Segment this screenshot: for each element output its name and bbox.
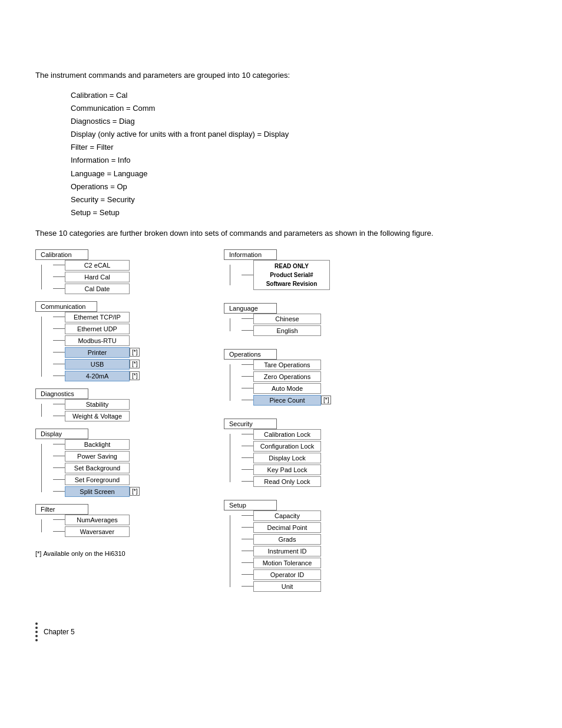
tree-item: Stability	[53, 399, 189, 410]
cat-item-6: Language = Language	[71, 167, 527, 180]
page: The instrument commands and parameters a…	[0, 0, 562, 677]
tree-item: Instrument ID	[242, 546, 377, 556]
split-screen-item: Split Screen	[65, 486, 130, 497]
grads-item: Grads	[253, 534, 321, 545]
information-label: Information	[224, 249, 277, 260]
tree-item: Operator ID	[242, 569, 377, 580]
categories-list: Calibration = Cal Communication = Comm D…	[71, 89, 527, 219]
piece-count-asterisk: [*]	[321, 396, 331, 404]
diagnostics-label: Diagnostics	[35, 388, 88, 399]
tree-item: Grads	[242, 534, 377, 545]
cat-item-3: Display (only active for units with a fr…	[71, 128, 527, 141]
setup-group: Setup Capacity Decimal Point Grads Instr…	[224, 500, 377, 593]
tree-item: 4-20mA [*]	[53, 371, 189, 381]
power-saving-item: Power Saving	[65, 451, 130, 462]
chapter-label: Chapter 5	[44, 628, 75, 636]
capacity-item: Capacity	[253, 510, 321, 521]
cat-item-8: Security = Security	[71, 193, 527, 206]
4-20ma-item: 4-20mA	[65, 371, 130, 381]
operations-label: Operations	[224, 349, 277, 360]
auto-mode-item: Auto Mode	[253, 383, 321, 394]
readonly-item: READ ONLYProduct Serial#Software Revisio…	[253, 260, 330, 290]
tree-item: Unit	[242, 581, 377, 592]
tree-item: Set Background	[53, 463, 189, 473]
instrument-id-item: Instrument ID	[253, 546, 321, 556]
tree-item: Weight & Voltage	[53, 411, 189, 421]
cat-item-9: Setup = Setup	[71, 206, 527, 219]
tree-item: Configuration Lock	[242, 441, 377, 452]
display-lock-item: Display Lock	[253, 453, 321, 463]
display-items: Backlight Power Saving Set Background Se…	[41, 439, 189, 497]
tree-item: Zero Operations	[242, 371, 377, 382]
security-group: Security Calibration Lock Configuration …	[224, 419, 377, 488]
tree-item: Tare Operations	[242, 360, 377, 370]
tree-item: Decimal Point	[242, 522, 377, 533]
dot	[35, 631, 38, 633]
footnote: [*] Available only on the Hi6310	[35, 550, 189, 557]
operations-items: Tare Operations Zero Operations Auto Mod…	[230, 360, 377, 406]
english-item: English	[253, 325, 321, 336]
tree-item: Key Pad Lock	[242, 465, 377, 475]
split-screen-asterisk: [*]	[130, 487, 140, 496]
operations-group: Operations Tare Operations Zero Operatio…	[224, 349, 377, 407]
communication-group: Communication Ethernet TCP/IP Ethernet U…	[35, 301, 189, 383]
tree-item: Modbus-RTU	[53, 335, 189, 346]
calibration-lock-item: Calibration Lock	[253, 429, 321, 440]
tree-item: Ethernet TCP/IP	[53, 312, 189, 322]
filter-label: Filter	[35, 504, 88, 515]
chapter-footer: Chapter 5	[35, 622, 527, 641]
set-foreground-item: Set Foreground	[65, 475, 130, 485]
backlight-item: Backlight	[65, 439, 130, 450]
footnote-text: Available only on the Hi6310	[43, 550, 125, 557]
tree-item: Calibration Lock	[242, 429, 377, 440]
tree-item: Split Screen [*]	[53, 486, 189, 497]
tare-operations-item: Tare Operations	[253, 360, 321, 370]
language-items: Chinese English	[230, 314, 377, 336]
right-col: Information READ ONLYProduct Serial#Soft…	[224, 249, 377, 599]
dots-decoration	[35, 622, 38, 641]
waversaver-item: Waversaver	[65, 526, 130, 537]
usb-item: USB	[65, 359, 130, 370]
asterisk-symbol: [*]	[35, 550, 41, 557]
chinese-item: Chinese	[253, 314, 321, 324]
cat-item-1: Communication = Comm	[71, 102, 527, 115]
filter-items: NumAverages Waversaver	[41, 515, 189, 537]
modbus-rtu-item: Modbus-RTU	[65, 335, 130, 346]
configuration-lock-item: Configuration Lock	[253, 441, 321, 452]
unit-item: Unit	[253, 581, 321, 592]
hardcal-item: Hard Cal	[65, 272, 130, 282]
left-col: Calibration C2 eCAL Hard Cal Cal Date Co…	[35, 249, 189, 599]
tree-item: USB [*]	[53, 359, 189, 370]
display-group: Display Backlight Power Saving Set Backg…	[35, 429, 189, 498]
c2ecal-item: C2 eCAL	[65, 260, 130, 271]
tree-item: Read Only Lock	[242, 476, 377, 487]
information-items: READ ONLYProduct Serial#Software Revisio…	[230, 260, 377, 290]
piece-count-item: Piece Count	[253, 395, 321, 406]
tree-item: Cal Date	[53, 284, 189, 294]
tree-item: Display Lock	[242, 453, 377, 463]
language-group: Language Chinese English	[224, 303, 377, 337]
tree-item: C2 eCAL	[53, 260, 189, 271]
language-label: Language	[224, 303, 277, 314]
security-label: Security	[224, 419, 277, 429]
ethernet-tcp-item: Ethernet TCP/IP	[65, 312, 130, 322]
tree-item: Piece Count [*]	[242, 395, 377, 406]
tree-item: READ ONLYProduct Serial#Software Revisio…	[242, 260, 377, 290]
diagnostics-group: Diagnostics Stability Weight & Voltage	[35, 388, 189, 423]
printer-item: Printer	[65, 347, 130, 358]
readonly-lock-item: Read Only Lock	[253, 476, 321, 487]
tree-item: Printer [*]	[53, 347, 189, 358]
tree-item: Auto Mode	[242, 383, 377, 394]
communication-label: Communication	[35, 301, 97, 312]
diagram: Calibration C2 eCAL Hard Cal Cal Date Co…	[35, 249, 527, 599]
ethernet-udp-item: Ethernet UDP	[65, 324, 130, 334]
tree-item: Hard Cal	[53, 272, 189, 282]
cat-item-7: Operations = Op	[71, 180, 527, 193]
cat-item-5: Information = Info	[71, 154, 527, 167]
tree-item: Ethernet UDP	[53, 324, 189, 334]
security-items: Calibration Lock Configuration Lock Disp…	[230, 429, 377, 487]
calibration-items: C2 eCAL Hard Cal Cal Date	[41, 260, 189, 294]
cat-item-2: Diagnostics = Diag	[71, 115, 527, 128]
4-20ma-asterisk: [*]	[130, 371, 140, 380]
stability-item: Stability	[65, 399, 130, 410]
